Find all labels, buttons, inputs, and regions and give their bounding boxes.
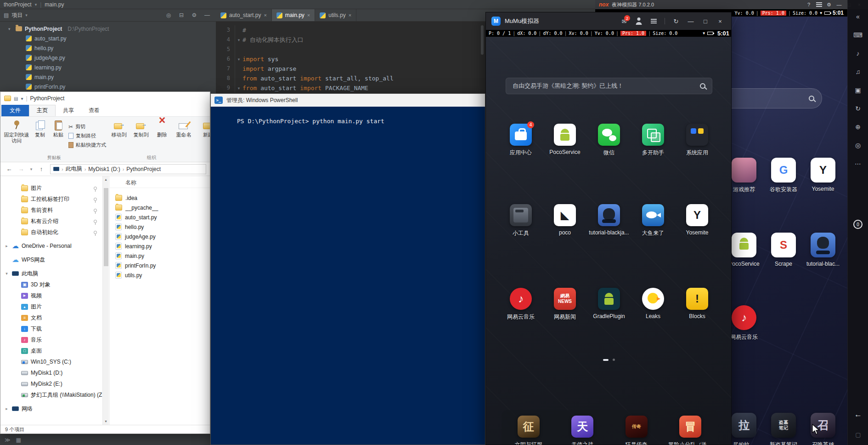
nav-item[interactable]: ▸OneDrive - Personal	[0, 240, 102, 251]
nav-item[interactable]: MyDisk1 (D:)	[0, 367, 102, 378]
expand-arrow-icon[interactable]: ▸	[4, 406, 9, 411]
mumu-maximize-button[interactable]: □	[700, 16, 711, 27]
chevron-down-icon[interactable]: ▾	[25, 13, 28, 17]
panel-settings-icon[interactable]: ⚙	[189, 12, 199, 18]
project-tree-file[interactable]: hello.py	[0, 43, 216, 53]
nav-item[interactable]: 自动初始化	[0, 227, 102, 238]
app-微信[interactable]: 微信	[589, 124, 629, 157]
app-多开助手[interactable]: 多开助手	[633, 124, 673, 157]
file-row[interactable]: judgeAge.py	[110, 232, 210, 241]
app-系统应用[interactable]: 系统应用	[677, 124, 717, 157]
nav-item[interactable]: ▾此电脑	[0, 268, 102, 279]
scrollbar-thumb[interactable]	[104, 188, 108, 266]
more-icon[interactable]: ⋯	[848, 158, 868, 169]
app-文明与征服[interactable]: 征文明与征服	[509, 416, 548, 445]
mumu-mail-icon[interactable]: ✉2	[619, 16, 630, 27]
nav-item[interactable]: ▸网络	[0, 403, 102, 414]
app-tutorial-blackja...[interactable]: tutorial-blackja...	[589, 204, 629, 237]
nav-item[interactable]: 下载	[0, 323, 102, 334]
nox-menu-icon[interactable]	[814, 0, 824, 10]
editor-tab-auto_start.py[interactable]: auto_start.py×	[216, 9, 272, 21]
nav-item[interactable]: 图片	[0, 183, 102, 194]
fullscreen-icon[interactable]: ▣	[848, 85, 868, 95]
forward-button[interactable]: →	[16, 165, 26, 172]
project-tree-file[interactable]: judgeAge.py	[0, 53, 216, 63]
collapse-all-icon[interactable]: ⊟	[176, 12, 186, 18]
app-网易云音乐[interactable]: ♪网易云音乐	[501, 288, 541, 321]
app-Scrape[interactable]: SScrape	[764, 233, 803, 267]
volume-up-icon[interactable]: ♪	[848, 48, 868, 58]
file-row[interactable]: main.py	[110, 251, 210, 261]
file-row[interactable]: .idea	[110, 193, 210, 203]
expand-arrow-icon[interactable]: ▾	[8, 27, 13, 31]
paste-shortcut-button[interactable]: 粘贴快捷方式	[68, 142, 106, 148]
app-冒险小分队（送…[interactable]: 冒冒险小分队（送…	[671, 416, 710, 445]
nox-help-button[interactable]: ?	[804, 0, 814, 10]
nav-item[interactable]: 音乐	[0, 334, 102, 345]
app-Leaks[interactable]: Leaks	[633, 288, 673, 321]
nav-item[interactable]: 图片	[0, 301, 102, 312]
back-button[interactable]: ←	[848, 410, 868, 419]
app-小工具[interactable]: 小工具	[501, 204, 541, 237]
pin-to-quick-access-button[interactable]: 固定到快速访问	[2, 119, 31, 144]
fold-icon[interactable]: ▾	[235, 38, 242, 42]
project-tree-file[interactable]: printForIn.py	[0, 82, 216, 91]
app-Yosemite[interactable]: YYosemite	[677, 204, 717, 237]
app-召唤英雄[interactable]: 召召唤英雄	[803, 413, 843, 445]
file-row[interactable]: hello.py	[110, 222, 210, 232]
editor-tab-utils.py[interactable]: utils.py×	[315, 9, 356, 21]
back-button[interactable]: ←	[4, 165, 14, 172]
breadcrumb-item[interactable]: MyDisk1 (D:)	[88, 166, 120, 172]
mumu-rotate-button[interactable]: ↻	[671, 16, 682, 27]
file-row[interactable]: utils.py	[110, 270, 210, 280]
app-网易新闻[interactable]: 網易NEWS网易新闻	[545, 288, 585, 321]
app-Blocks[interactable]: !Blocks	[677, 288, 717, 321]
breadcrumb-item[interactable]: 此电脑	[66, 165, 82, 173]
expand-arrow-icon[interactable]: ▾	[4, 271, 9, 276]
app-新盗墓笔记[interactable]: 盗墓笔记新盗墓笔记	[764, 413, 803, 445]
volume-down-icon[interactable]: ♫	[848, 66, 868, 77]
app-大鱼来了[interactable]: 大鱼来了	[633, 204, 673, 237]
mumu-minimize-button[interactable]: —	[685, 16, 696, 27]
file-row[interactable]: auto_start.py	[110, 212, 210, 222]
project-tree-file[interactable]: auto_start.py	[0, 34, 216, 43]
breadcrumb[interactable]: › 此电脑›MyDisk1 (D:)›PythonProject	[50, 164, 206, 174]
paste-button[interactable]: 粘贴	[49, 119, 68, 138]
editor-tab-main.py[interactable]: main.py×	[272, 9, 315, 21]
nav-item[interactable]: 文档	[0, 312, 102, 323]
nav-item[interactable]: 工控机标签打印	[0, 194, 102, 205]
nav-item[interactable]: 梦幻工具组 (\\MakiStation) (Z	[0, 389, 102, 400]
ribbon-tab-主页[interactable]: 主页	[29, 105, 56, 116]
recent-locations-caret-icon[interactable]: ▾	[28, 167, 34, 171]
cut-button[interactable]: ✂ 剪切	[68, 123, 106, 130]
quick-access-toolbar-icon[interactable]: ▤	[14, 96, 18, 101]
project-tree-root[interactable]: ▾ PythonProject D:\PythonProject	[0, 24, 216, 34]
nox-settings-button[interactable]: ⚙	[824, 0, 834, 10]
editor-scrollbar[interactable]	[481, 25, 484, 55]
project-tree-file[interactable]: main.py	[0, 72, 216, 82]
file-row[interactable]: printForIn.py	[110, 261, 210, 270]
nav-item[interactable]: MyDisk2 (E:)	[0, 378, 102, 389]
mumu-menu-icon[interactable]	[648, 16, 659, 27]
app-Yosemite[interactable]: YYosemite	[803, 158, 843, 194]
nav-item[interactable]: Win10_SYS (C:)	[0, 356, 102, 367]
column-header-name[interactable]: 名称	[110, 178, 210, 188]
chevron-down-icon[interactable]: ▾	[35, 2, 37, 7]
app-PocoService[interactable]: PocoService	[545, 124, 585, 157]
rotate-icon[interactable]: ↻	[848, 103, 868, 114]
app-应用中心[interactable]: 4应用中心	[501, 124, 541, 157]
scroll-down-icon[interactable]: ▾	[103, 419, 109, 423]
scroll-up-icon[interactable]: ▴	[103, 177, 109, 182]
terminal-output[interactable]: PS D:\PythonProject> python main.py star…	[211, 107, 485, 445]
tab-close-icon[interactable]: ×	[307, 12, 310, 18]
expand-arrow-icon[interactable]: ▸	[4, 244, 9, 248]
app-poco[interactable]: ◣poco	[545, 204, 585, 237]
nav-item[interactable]: WPS网盘	[0, 254, 102, 265]
install-apk-icon[interactable]: ⊕	[848, 121, 868, 132]
nav-item[interactable]: 桌面	[0, 345, 102, 356]
locate-file-icon[interactable]: ◎	[163, 12, 174, 18]
delete-button[interactable]: 删除	[152, 119, 172, 138]
app-GradlePlugin[interactable]: GradlePlugin	[589, 288, 629, 321]
keyboard-icon[interactable]: ⌨	[848, 29, 868, 40]
rename-button[interactable]: 重命名	[172, 119, 195, 138]
